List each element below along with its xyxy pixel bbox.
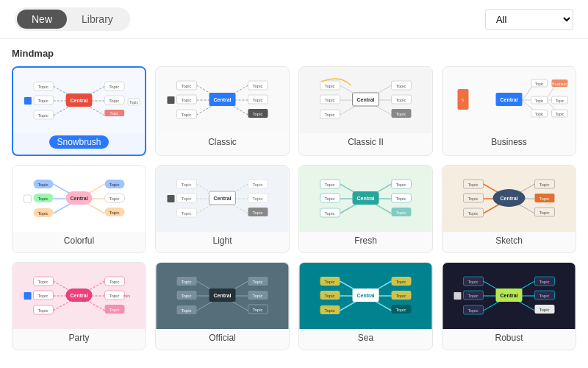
tab-new[interactable]: New — [17, 10, 67, 29]
svg-text:Topic: Topic — [252, 84, 262, 88]
svg-text:Topic: Topic — [467, 308, 478, 313]
template-label-classic: Classic — [156, 133, 289, 151]
svg-text:Topic: Topic — [535, 82, 544, 86]
svg-text:Topic: Topic — [556, 99, 564, 103]
svg-text:Topic: Topic — [395, 280, 406, 284]
svg-text:Topic: Topic — [109, 183, 119, 187]
svg-text:Topic: Topic — [109, 308, 119, 312]
svg-text:Topic: Topic — [37, 197, 48, 201]
svg-text:Topic: Topic — [467, 197, 478, 201]
template-preview-robust: Topic Topic Topic Central Topic Topic To… — [442, 263, 576, 329]
svg-text:Topic: Topic — [395, 84, 406, 88]
template-card-snowbrush[interactable]: Topic Topic Topic Central Topic Topic To… — [12, 66, 146, 156]
template-grid: Topic Topic Topic Central Topic Topic To… — [12, 66, 576, 350]
svg-text:Central: Central — [356, 293, 374, 298]
svg-text:Central: Central — [213, 97, 231, 102]
svg-text:Topic: Topic — [324, 113, 334, 117]
template-card-classic[interactable]: Topic Topic Topic Central Topic Topic To… — [155, 66, 290, 156]
template-label-sketch: Sketch — [442, 232, 576, 250]
svg-text:Topic: Topic — [181, 211, 191, 216]
svg-text:Topic: Topic — [181, 98, 191, 102]
svg-rect-254 — [454, 292, 462, 300]
svg-text:Topic: Topic — [467, 183, 478, 187]
template-label-official: Official — [156, 329, 289, 347]
svg-text:Topic: Topic — [181, 113, 191, 117]
template-card-business[interactable]: S Central Topic Topic Topic Business Top… — [442, 66, 576, 156]
svg-text:Topic: Topic — [539, 183, 549, 187]
svg-text:Topic: Topic — [324, 183, 334, 187]
tab-library[interactable]: Library — [67, 10, 128, 29]
svg-text:Central: Central — [70, 293, 87, 298]
template-label-colorful: Colorful — [12, 232, 146, 250]
svg-text:Topic: Topic — [181, 183, 191, 187]
svg-text:Topic: Topic — [324, 280, 334, 284]
template-label-classic2: Classic II — [299, 133, 432, 151]
template-preview-classic: Topic Topic Topic Central Topic Topic To… — [156, 67, 289, 133]
svg-text:Topic: Topic — [467, 280, 478, 284]
svg-text:Topic: Topic — [324, 98, 334, 102]
svg-text:Topic: Topic — [38, 99, 49, 103]
svg-text:Topic: Topic — [109, 197, 119, 201]
template-label-robust: Robust — [442, 329, 576, 347]
svg-text:Topic: Topic — [109, 294, 119, 298]
filter-select[interactable]: All Mindmap Flowchart Org Chart — [485, 9, 573, 30]
template-card-classic2[interactable]: Topic Topic Topic Central Topic Topic To… — [298, 66, 433, 156]
template-preview-snowbrush: Topic Topic Topic Central Topic Topic To… — [13, 68, 145, 134]
top-bar: New Library All Mindmap Flowchart Org Ch… — [0, 0, 588, 39]
template-preview-party: Topic Topic Topic Central Topic Topic To… — [12, 263, 146, 329]
svg-text:Topic: Topic — [129, 101, 138, 105]
svg-text:Topic: Topic — [37, 294, 48, 298]
template-preview-colorful: Topic Topic Topic Central Topic Topic To… — [12, 166, 146, 232]
svg-text:Topic: Topic — [37, 183, 48, 187]
template-card-light[interactable]: Topic Topic Topic Central Topic Topic To… — [155, 165, 290, 253]
svg-text:Central: Central — [356, 196, 374, 201]
template-card-fresh[interactable]: Topic Topic Topic Central Topic Topic To… — [298, 165, 433, 253]
template-label-party: Party — [12, 329, 146, 347]
svg-text:Topic: Topic — [395, 197, 406, 201]
template-preview-light: Topic Topic Topic Central Topic Topic To… — [156, 166, 289, 232]
svg-text:Topic: Topic — [539, 197, 549, 201]
template-label-light: Light — [156, 232, 289, 250]
template-card-robust[interactable]: Topic Topic Topic Central Topic Topic To… — [442, 262, 576, 350]
template-card-colorful[interactable]: Topic Topic Topic Central Topic Topic To… — [12, 165, 146, 253]
svg-text:Topic: Topic — [181, 84, 191, 88]
svg-text:Topic: Topic — [324, 308, 334, 313]
template-label-sea: Sea — [299, 329, 432, 347]
svg-text:Topic: Topic — [109, 280, 119, 284]
template-card-sea[interactable]: Topic Topic Topic Central Topic Topic To… — [298, 262, 433, 350]
svg-text:Central: Central — [70, 196, 87, 201]
template-preview-fresh: Topic Topic Topic Central Topic Topic To… — [299, 166, 432, 232]
svg-text:Central: Central — [500, 97, 517, 102]
template-preview-sketch: Topic Topic Topic Central Topic Topic To… — [442, 166, 576, 232]
template-preview-classic2: Topic Topic Topic Central Topic Topic To… — [299, 67, 432, 133]
svg-text:Topic: Topic — [38, 85, 49, 89]
svg-text:Topic: Topic — [37, 211, 48, 216]
svg-text:Topic: Topic — [539, 210, 549, 215]
template-card-party[interactable]: Topic Topic Topic Central Topic Topic To… — [12, 262, 146, 350]
svg-text:Topic: Topic — [252, 294, 262, 298]
svg-text:Central: Central — [213, 293, 231, 298]
svg-text:Topic: Topic — [181, 294, 191, 298]
template-preview-business: S Central Topic Topic Topic Business Top… — [442, 67, 576, 133]
template-card-official[interactable]: Topic Topic Topic Central Topic Topic To… — [155, 262, 290, 350]
tab-group: New Library — [15, 7, 130, 31]
template-label-fresh: Fresh — [299, 232, 432, 250]
template-card-sketch[interactable]: Topic Topic Topic Central Topic Topic To… — [442, 165, 576, 253]
content-area: Mindmap Topic Topic Topic — [0, 39, 588, 368]
svg-text:Topic: Topic — [110, 112, 118, 116]
svg-text:Topic: Topic — [252, 112, 262, 116]
svg-text:Topic: Topic — [109, 210, 119, 215]
svg-text:Topic: Topic — [395, 210, 406, 215]
svg-text:Topic: Topic — [181, 280, 191, 284]
svg-text:Central: Central — [500, 293, 517, 298]
svg-text:Topic: Topic — [181, 197, 191, 201]
svg-text:Topic: Topic — [535, 112, 544, 116]
svg-text:Topic: Topic — [539, 280, 549, 284]
template-preview-sea: Topic Topic Topic Central Topic Topic To… — [299, 263, 432, 329]
svg-text:Topic: Topic — [395, 98, 406, 102]
svg-text:Topic: Topic — [556, 112, 564, 116]
template-label-business: Business — [442, 133, 576, 151]
svg-text:Topic: Topic — [395, 112, 406, 116]
svg-text:Topic: Topic — [37, 280, 48, 284]
svg-rect-13 — [24, 97, 32, 105]
